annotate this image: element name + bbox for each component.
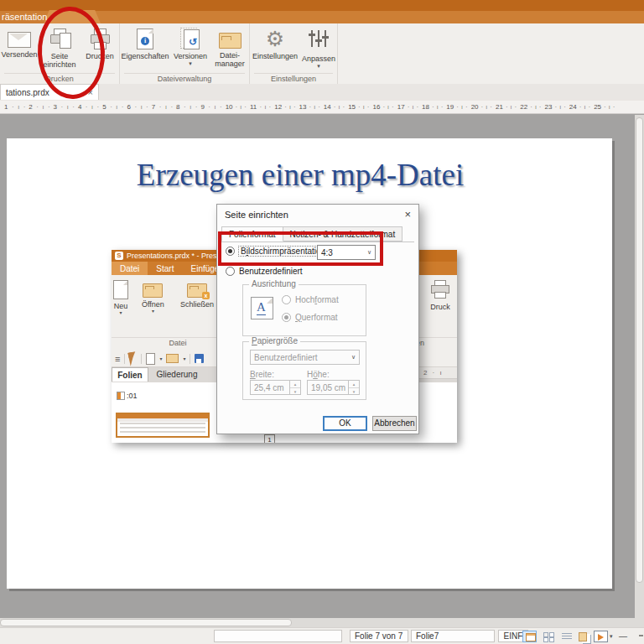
dateimanager-button[interactable]: Datei-manager [210, 23, 249, 73]
ribbon-group-dateiverwaltung: i Eigenschaften ↺ Versionen ▾ Datei-mana… [120, 23, 250, 84]
horizontal-ruler: 1·ı·2·ı·3·ı·4·ı·5·ı·6·ı·7·ı·8·ı·9·ı·10·ı… [0, 101, 644, 114]
chevron-down-icon[interactable]: ▾ [189, 61, 192, 66]
embedded-tab-gliederung: Gliederung [148, 367, 205, 382]
transition-icon [117, 392, 125, 400]
embedded-tab-start: Start [148, 262, 182, 275]
ausrichtung-group: Ausrichtung A Hochformat Querformat [242, 284, 366, 336]
title-bar: räsentation [0, 0, 644, 23]
embedded-tab-folien: Folien [112, 367, 148, 382]
radio-benutzerdefiniert[interactable]: Benutzerdefiniert [226, 267, 303, 276]
hoehe-label: Höhe: [307, 370, 330, 379]
new-file-icon [146, 353, 155, 365]
normal-view-icon[interactable] [522, 631, 537, 642]
anpassen-button[interactable]: Anpassen ▾ [300, 23, 337, 73]
embedded-oeffnen-button: Öffnen ▾ [142, 280, 164, 314]
outline-view-icon[interactable] [560, 631, 574, 642]
document-tab-bar: tations.prdx × [0, 84, 644, 101]
slide-title[interactable]: Erzeugen einer mp4-Datei [7, 157, 594, 193]
embedded-drucken-button: Druck [428, 280, 452, 311]
app-logo-icon: S [115, 252, 123, 260]
hoehe-spinner: 19,05 cm ▴▾ [307, 380, 360, 395]
radio-icon [282, 313, 291, 322]
papiergroesse-group: Papiergröße Benutzerdefiniert ∨ Breite: … [242, 341, 366, 400]
chevron-down-icon[interactable]: ▾ [610, 633, 613, 640]
vertical-scrollbar-thumb[interactable] [636, 117, 643, 583]
close-folder-icon: x [187, 283, 207, 298]
slide-sorter-icon[interactable] [542, 631, 556, 642]
radio-label: Querformat [295, 313, 338, 322]
status-bar: Folie 7 von 7 Folie7 EINF ▾ — [0, 627, 644, 644]
versionen-button[interactable]: ↺ Versionen ▾ [170, 23, 210, 73]
breite-spinner: 25,4 cm ▴▾ [250, 380, 301, 395]
versions-icon: ↺ [178, 28, 203, 49]
gear-icon: ⚙ [262, 28, 288, 49]
dialog-title: Seite einrichten [225, 210, 288, 220]
paper-size-select: Benutzerdefiniert ∨ [250, 350, 360, 365]
open-folder-icon [143, 283, 163, 298]
vertical-scrollbar[interactable] [635, 115, 644, 618]
slide-timing: :01 [117, 392, 138, 400]
radio-label: Benutzerdefiniert [239, 267, 303, 276]
chevron-down-icon: ▾ [183, 357, 185, 361]
chevron-down-icon[interactable]: ▾ [317, 64, 320, 69]
envelope-icon [8, 32, 31, 48]
chevron-down-icon: ▾ [159, 357, 162, 361]
radio-icon [282, 295, 291, 304]
hamburger-icon: ≡ [115, 354, 120, 364]
zoom-slider[interactable] [639, 635, 643, 636]
slideshow-icon[interactable] [594, 631, 608, 642]
chevron-down-icon: ▾ [152, 309, 154, 314]
radio-label: Hochformat [295, 295, 339, 304]
ribbon-group-einstellungen: ⚙ Einstellungen Anpassen ▾ Einstellungen [250, 23, 338, 84]
slide-thumbnail [116, 413, 210, 438]
embedded-tab-datei: Datei [112, 262, 148, 275]
embedded-window-title: Presentations.prdx * - Presen [127, 252, 226, 260]
window-title-strip [0, 0, 644, 11]
einstellungen-button[interactable]: ⚙ Einstellungen [250, 23, 300, 73]
printer-icon [428, 280, 452, 300]
versenden-button[interactable]: Versenden [0, 23, 39, 73]
spinner-buttons: ▴▾ [289, 381, 300, 394]
slide-number-badge: 1 [264, 434, 275, 443]
annotation-rectangle [218, 231, 383, 266]
notes-view-icon[interactable] [577, 631, 591, 642]
horizontal-scrollbar[interactable] [0, 618, 644, 627]
pointer-tool-icon [128, 351, 138, 366]
embedded-ruler-fragment: · 2 · ı [413, 367, 457, 379]
sliders-icon [306, 28, 331, 52]
ribbon-group-label: Dateiverwaltung [124, 73, 245, 84]
ribbon-tab-partial[interactable]: räsentation [2, 11, 47, 23]
group-caption: Ausrichtung [249, 279, 299, 288]
eigenschaften-button[interactable]: i Eigenschaften [120, 23, 170, 73]
open-folder-icon [166, 354, 179, 363]
save-icon [195, 354, 204, 363]
chevron-down-icon: ∨ [351, 354, 356, 361]
status-slide-name: Folie7 [411, 630, 495, 642]
horizontal-scrollbar-thumb[interactable] [0, 619, 292, 626]
orientation-icon: A [251, 297, 273, 319]
embedded-neu-button: Neu ▾ [113, 280, 128, 315]
radio-icon[interactable] [226, 267, 235, 276]
breite-label: Breite: [250, 370, 274, 379]
radio-querformat: Querformat [282, 313, 338, 322]
ribbon-group-label: Einstellungen [254, 73, 333, 84]
properties-icon: i [132, 28, 158, 49]
cancel-button[interactable]: Abbrechen [372, 416, 417, 431]
folder-icon [219, 33, 242, 49]
zoom-out-icon[interactable]: — [619, 631, 627, 641]
app-window: räsentation Versenden Seite einrichten [0, 0, 644, 644]
spinner-buttons: ▴▾ [348, 381, 359, 394]
status-empty-field [214, 630, 342, 642]
close-icon[interactable]: × [404, 208, 411, 221]
document-tab-title: tations.prdx [6, 88, 49, 97]
group-caption: Papiergröße [249, 336, 300, 345]
chevron-down-icon: ▾ [119, 311, 122, 315]
ok-button[interactable]: OK [323, 416, 367, 431]
status-slide-info: Folie 7 von 7 [350, 630, 408, 642]
radio-hochformat: Hochformat [282, 295, 339, 304]
embedded-schliessen-button: x Schließen [180, 280, 214, 309]
new-file-icon [113, 280, 128, 299]
